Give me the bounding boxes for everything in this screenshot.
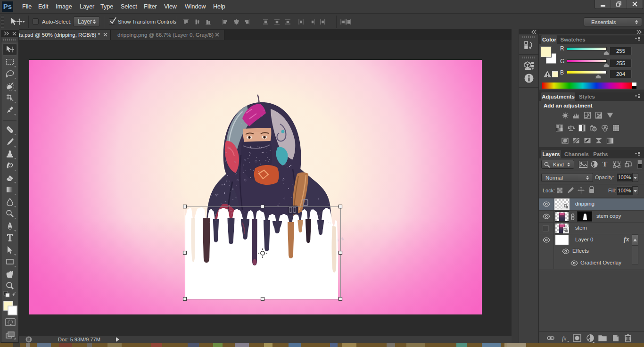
- svg-text:fx: fx: [562, 335, 567, 342]
